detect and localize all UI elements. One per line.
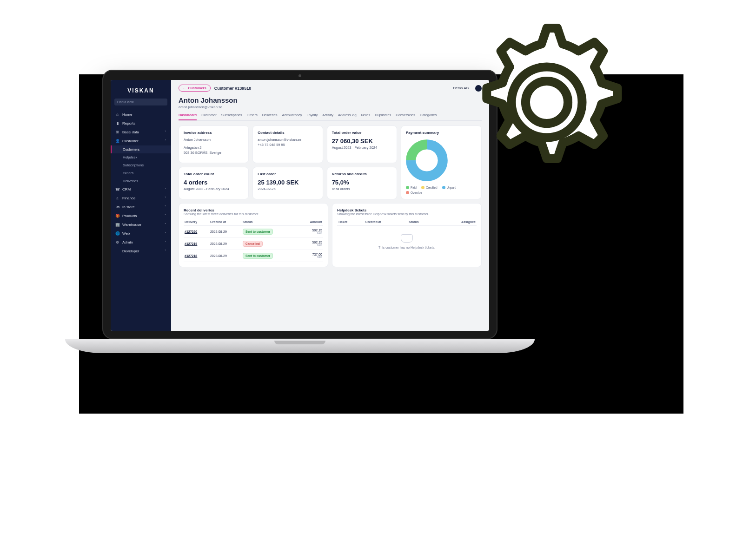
laptop-frame: VISKAN Find a view ⌂Home▮Reports⊞Base da… bbox=[102, 70, 497, 353]
cell-created: 2023-08-29 bbox=[209, 250, 242, 262]
app-screen: VISKAN Find a view ⌂Home▮Reports⊞Base da… bbox=[111, 80, 489, 331]
card-order-count: Total order count 4 orders August 2023 -… bbox=[179, 167, 249, 199]
delivery-link[interactable]: #127220 bbox=[185, 230, 197, 233]
section-sub: Showing the latest three Helpdesk ticket… bbox=[337, 212, 477, 216]
invoice-city: 503 36 BORÅS, Sverige bbox=[184, 151, 244, 156]
nav-icon: ⊞ bbox=[115, 130, 119, 134]
tickets-table: TicketCreated atStatusAssignee bbox=[337, 218, 477, 226]
nav-label: In store bbox=[122, 205, 135, 209]
column-header: Status bbox=[408, 218, 437, 226]
chevron-down-icon: ˅ bbox=[165, 131, 166, 134]
sidebar-subitem-subscriptions[interactable]: Subscriptions bbox=[111, 161, 171, 169]
status-badge: Cancelled bbox=[243, 241, 263, 247]
chevron-down-icon: ˅ bbox=[165, 250, 166, 253]
nav-label: Products bbox=[122, 214, 137, 218]
sidebar-item-products[interactable]: 🎁Products˅ bbox=[111, 211, 171, 220]
sidebar-item-home[interactable]: ⌂Home bbox=[111, 110, 171, 119]
legend-dot bbox=[406, 186, 409, 189]
tab-customer[interactable]: Customer bbox=[201, 113, 217, 120]
gear-icon bbox=[458, 14, 635, 191]
tab-notes[interactable]: Notes bbox=[361, 113, 371, 120]
sidebar-item-developer[interactable]: Developer˅ bbox=[111, 247, 171, 256]
chevron-down-icon: ˅ bbox=[165, 188, 166, 191]
chevron-down-icon: ˅ bbox=[165, 241, 166, 244]
find-view-input[interactable]: Find a view bbox=[114, 99, 167, 105]
sidebar-subitem-helpdesk[interactable]: Helpdesk bbox=[111, 153, 171, 161]
arrow-left-icon: ← bbox=[183, 86, 186, 90]
tab-loyalty[interactable]: Loyalty bbox=[307, 113, 318, 120]
nav-icon: 👤 bbox=[115, 139, 119, 143]
sidebar-item-admin[interactable]: ⚙Admin˅ bbox=[111, 238, 171, 247]
chevron-down-icon: ˅ bbox=[165, 197, 166, 200]
order-count: 4 orders bbox=[184, 179, 244, 186]
back-button[interactable]: ← Customers bbox=[179, 85, 211, 92]
customer-name: Anton Johansson bbox=[179, 96, 482, 104]
delivery-link[interactable]: #127219 bbox=[185, 242, 197, 245]
sidebar-item-in-store[interactable]: 🛍In store˅ bbox=[111, 203, 171, 211]
tickets-empty-state: This customer has no Helpdesk tickets. bbox=[337, 226, 477, 258]
status-badge: Sent to customer bbox=[243, 229, 273, 235]
tab-orders[interactable]: Orders bbox=[247, 113, 258, 120]
chevron-down-icon: ˅ bbox=[165, 205, 166, 209]
sidebar-item-warehouse[interactable]: 🏢Warehouse˅ bbox=[111, 220, 171, 229]
sidebar-subitem-orders[interactable]: Orders bbox=[111, 169, 171, 177]
cell-amount: 592,15SEK bbox=[298, 226, 323, 238]
table-row: #1272182023-08-29Sent to customer737,00S… bbox=[184, 250, 323, 262]
svg-point-4 bbox=[416, 149, 438, 171]
legend-dot bbox=[421, 186, 424, 189]
tab-address-log[interactable]: Address log bbox=[338, 113, 357, 120]
tab-dashboard[interactable]: Dashboard bbox=[179, 113, 197, 120]
camera-dot bbox=[298, 74, 301, 77]
customer-email: anton.johansson@viskan.se bbox=[179, 105, 482, 109]
nav-icon: 🌐 bbox=[115, 231, 119, 236]
card-invoice-address: Invoice address Anton Johansson Ariagata… bbox=[179, 125, 249, 163]
chevron-down-icon: ˅ bbox=[165, 223, 166, 227]
sidebar-item-web[interactable]: 🌐Web˅ bbox=[111, 229, 171, 238]
sidebar-item-customer[interactable]: 👤Customer˄ bbox=[111, 137, 171, 145]
sidebar-item-base-data[interactable]: ⊞Base data˅ bbox=[111, 128, 171, 137]
sidebar-item-reports[interactable]: ▮Reports bbox=[111, 119, 171, 128]
tab-deliveries[interactable]: Deliveries bbox=[262, 113, 278, 120]
sidebar-item-crm[interactable]: ☎CRM˅ bbox=[111, 185, 171, 194]
contact-phone: +46 73 048 59 95 bbox=[258, 143, 318, 148]
sidebar-subitem-deliveries[interactable]: Deliveries bbox=[111, 177, 171, 185]
inbox-icon bbox=[401, 234, 413, 243]
delivery-link[interactable]: #127218 bbox=[185, 254, 197, 257]
nav-icon: 🎁 bbox=[115, 214, 119, 218]
nav-icon: ⚙ bbox=[115, 240, 119, 244]
sidebar-item-finance[interactable]: £Finance˅ bbox=[111, 194, 171, 203]
chevron-down-icon: ˅ bbox=[165, 232, 166, 236]
column-header: Created at bbox=[209, 218, 242, 226]
back-label: Customers bbox=[188, 86, 206, 90]
tab-conversions[interactable]: Conversions bbox=[396, 113, 415, 120]
tab-duplicates[interactable]: Duplicates bbox=[375, 113, 391, 120]
tab-activity[interactable]: Activity bbox=[322, 113, 333, 120]
sidebar-subitem-customers[interactable]: Customers bbox=[111, 145, 171, 153]
card-last-order: Last order 25 139,00 SEK 2024-02-26 bbox=[252, 167, 323, 199]
section-sub: Showing the latest three deliveries for … bbox=[184, 212, 323, 216]
returns-sub: of all orders bbox=[332, 187, 392, 192]
chevron-down-icon: ˅ bbox=[165, 214, 166, 218]
column-header: Created at bbox=[365, 218, 408, 226]
nav-label: CRM bbox=[122, 187, 131, 191]
section-title: Recent deliveries bbox=[184, 208, 323, 212]
status-badge: Sent to customer bbox=[243, 253, 273, 259]
card-title: Total order count bbox=[184, 172, 244, 176]
nav-label: Developer bbox=[122, 249, 139, 253]
card-title: Invoice address bbox=[184, 131, 244, 135]
tab-subscriptions[interactable]: Subscriptions bbox=[221, 113, 242, 120]
main-content: ← Customers Customer #139518 Demo AB Ant… bbox=[171, 80, 489, 331]
column-header: Status bbox=[242, 218, 298, 226]
card-title: Total order value bbox=[332, 131, 392, 135]
nav-label: Base data bbox=[122, 130, 139, 134]
section-title: Helpdesk tickets bbox=[337, 208, 477, 212]
nav-icon: ☎ bbox=[115, 187, 119, 191]
tab-accountancy[interactable]: Accountancy bbox=[282, 113, 302, 120]
tab-categories[interactable]: Categories bbox=[420, 113, 437, 120]
nav-icon: 🛍 bbox=[115, 205, 119, 209]
returns-value: 75,0% bbox=[332, 179, 392, 186]
tabs: DashboardCustomerSubscriptionsOrdersDeli… bbox=[179, 113, 482, 121]
last-order-date: 2024-02-26 bbox=[258, 187, 318, 192]
nav-label: Home bbox=[122, 112, 132, 117]
card-title: Returns and credits bbox=[332, 172, 392, 176]
